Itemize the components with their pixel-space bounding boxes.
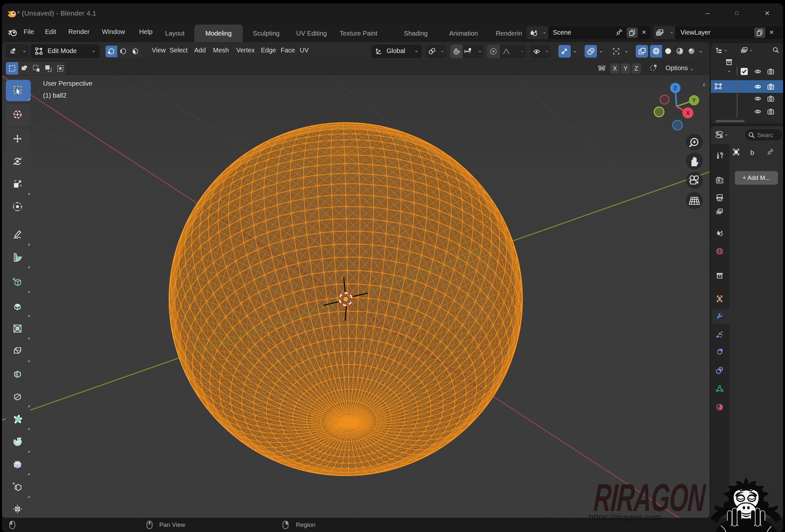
svg-text:Y: Y [692, 97, 696, 104]
svg-text:X: X [686, 110, 690, 116]
svg-text:Z: Z [674, 85, 677, 91]
